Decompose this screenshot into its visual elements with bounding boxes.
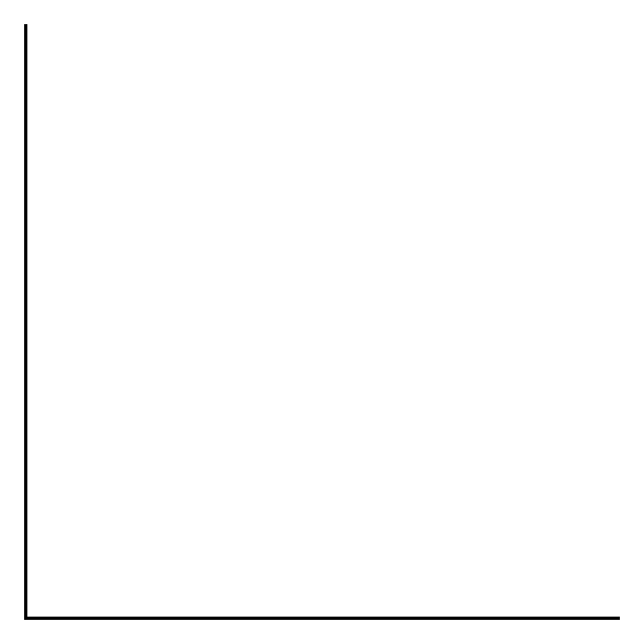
chart-curve <box>27 24 620 617</box>
chart-plot-area <box>24 24 620 620</box>
